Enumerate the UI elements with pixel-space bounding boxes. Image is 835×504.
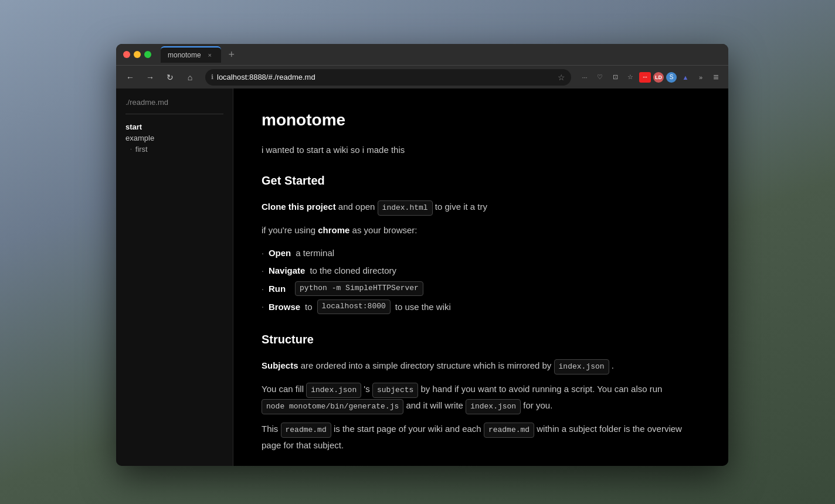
readme-para: This readme.md is the start page of your…	[262, 421, 700, 453]
ext-shield-icon[interactable]: ▲	[679, 71, 692, 84]
star-button[interactable]: ☆	[624, 71, 637, 84]
ext-red-icon[interactable]: ···	[639, 72, 651, 83]
save-icon: ♡	[597, 73, 603, 81]
maximize-window-button[interactable]	[144, 51, 151, 58]
chrome-bold: chrome	[318, 225, 349, 235]
new-tab-button[interactable]: +	[223, 46, 240, 63]
sidebar: ./readme.md start example · first	[116, 88, 233, 466]
readme-md-code-1: readme.md	[281, 423, 331, 438]
address-host: localhost:8888/#./readme.md	[217, 73, 315, 81]
tab-close-icon[interactable]: ×	[206, 51, 214, 59]
browser-window: monotome × + ← → ↻ ⌂ ℹ localhost:8888/#.…	[116, 44, 728, 466]
step-navigate: Navigate to the cloned directory	[262, 262, 700, 280]
tab-bar: monotome × +	[161, 46, 721, 63]
step-browse: Browse to localhost:8000 to use the wiki	[262, 298, 700, 316]
fill-para: You can fill index.json 's subjects by h…	[262, 382, 700, 414]
step-open: Open a terminal	[262, 244, 700, 262]
main-content: monotome i wanted to start a wiki so i m…	[233, 88, 728, 466]
traffic-lights	[123, 51, 151, 58]
save-page-button[interactable]: ♡	[593, 71, 606, 84]
step-run: Run python -m SimpleHTTPServer	[262, 280, 700, 298]
nav-extras: ··· ♡ ⊡ ☆ ··· LD S ▲ » ≡	[578, 71, 722, 84]
browser-menu-button[interactable]: ≡	[710, 71, 722, 84]
bookmark-star-icon[interactable]: ☆	[558, 73, 565, 82]
index-html-code: index.html	[378, 200, 433, 216]
sidebar-item-first[interactable]: · first	[125, 144, 223, 155]
readme-md-code-2: readme.md	[484, 423, 534, 438]
desktop: monotome × + ← → ↻ ⌂ ℹ localhost:8888/#.…	[0, 0, 835, 504]
open-bold: Open	[269, 246, 291, 260]
browser-tab-active[interactable]: monotome ×	[161, 46, 221, 63]
sidebar-item-example[interactable]: example	[125, 132, 223, 144]
sidebar-path: ./readme.md	[125, 98, 223, 114]
security-info-icon: ℹ	[211, 73, 213, 81]
ext-orange-icon[interactable]: LD	[653, 72, 664, 83]
subjects-para: Subjects are ordered into a simple direc…	[262, 358, 700, 374]
title-bar: monotome × +	[116, 44, 728, 65]
address-bar[interactable]: ℹ localhost:8888/#./readme.md ☆	[205, 69, 571, 86]
section-structure-title: Structure	[262, 330, 700, 349]
steps-list: Open a terminal Navigate to the cloned d…	[262, 244, 700, 316]
dots-icon: ···	[582, 74, 587, 81]
intro-text: i wanted to start a wiki so i made this	[262, 143, 700, 157]
content-area: ./readme.md start example · first monoto…	[116, 88, 728, 466]
navigate-bold: Navigate	[269, 264, 306, 278]
back-button[interactable]: ←	[122, 69, 138, 86]
address-text: localhost:8888/#./readme.md	[217, 73, 315, 81]
localhost-8000-code: localhost:8000	[317, 299, 391, 314]
sidebar-nav: start example · first	[125, 121, 223, 155]
close-window-button[interactable]	[123, 51, 130, 58]
screenshot-button[interactable]: ⊡	[609, 71, 622, 84]
bullet-icon: ·	[130, 146, 132, 152]
sidebar-item-start[interactable]: start	[125, 121, 223, 132]
subjects-bold: Subjects	[262, 360, 298, 370]
generate-cmd-code: node monotome/bin/generate.js	[262, 399, 403, 414]
ext-blue-icon[interactable]: S	[666, 72, 677, 83]
clone-para: Clone this project and open index.html t…	[262, 199, 700, 216]
index-json-code-3: index.json	[466, 399, 521, 414]
screenshot-icon: ⊡	[613, 73, 618, 81]
nav-bar: ← → ↻ ⌂ ℹ localhost:8888/#./readme.md ☆ …	[116, 65, 728, 88]
forward-button[interactable]: →	[142, 69, 158, 86]
browse-bold: Browse	[269, 300, 300, 314]
overflow-menu-button[interactable]: ···	[578, 71, 591, 84]
refresh-button[interactable]: ↻	[162, 69, 178, 86]
page-title: monotome	[262, 107, 700, 134]
more-extensions-button[interactable]: »	[694, 71, 707, 84]
python-cmd-code: python -m SimpleHTTPServer	[295, 281, 423, 296]
tab-title: monotome	[168, 51, 201, 59]
chrome-para: if you're using chrome as your browser:	[262, 223, 700, 238]
index-json-code-1: index.json	[554, 359, 609, 374]
run-bold: Run	[269, 282, 286, 296]
subjects-code: subjects	[372, 383, 418, 398]
minimize-window-button[interactable]	[134, 51, 141, 58]
star-icon: ☆	[627, 73, 633, 81]
home-button[interactable]: ⌂	[182, 69, 198, 86]
section-get-started-title: Get Started	[262, 171, 700, 190]
clone-bold: Clone this project	[262, 202, 336, 212]
index-json-code-2: index.json	[306, 383, 361, 398]
